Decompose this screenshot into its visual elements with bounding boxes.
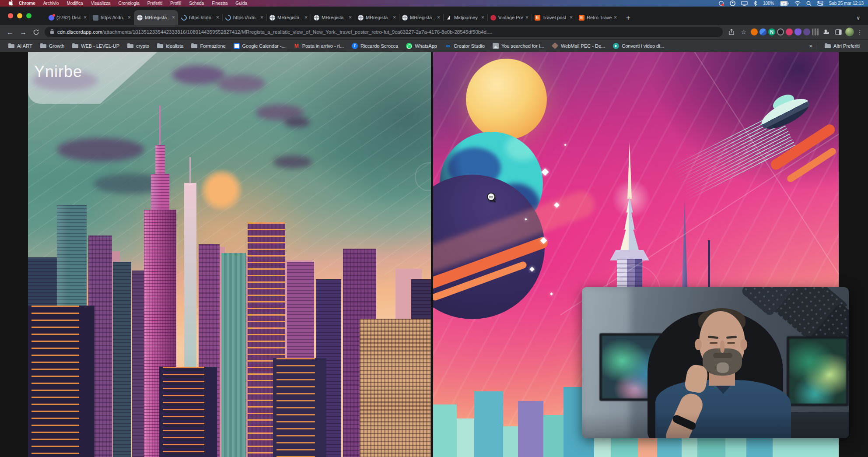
bookmark-whatsapp[interactable]: WhatsApp xyxy=(403,42,440,50)
menu-item-profili[interactable]: Profili xyxy=(166,1,185,6)
profile-avatar[interactable] xyxy=(845,28,854,36)
bookmark-gmail-inbox[interactable]: Posta in arrivo - ri... xyxy=(290,42,347,50)
red-dot-icon xyxy=(490,15,496,21)
menu-item-cronologia[interactable]: Cronologia xyxy=(114,1,143,6)
obs-icon[interactable] xyxy=(730,0,735,6)
ext-icon-violet[interactable] xyxy=(803,28,810,35)
share-icon[interactable] xyxy=(726,27,737,37)
building xyxy=(360,319,431,457)
menu-item-chrome[interactable]: Chrome xyxy=(15,1,39,6)
sparkle xyxy=(564,144,567,146)
bookmark-label: Riccardo Scrocca xyxy=(360,43,398,49)
tab-close-icon[interactable]: × xyxy=(437,14,440,21)
tab-close-icon[interactable]: × xyxy=(393,14,396,21)
ext-icon-orange[interactable] xyxy=(751,28,758,35)
chrome-menu-kebab-icon[interactable]: ⋮ xyxy=(856,29,864,35)
bookmark-folder-formazione[interactable]: Formazione xyxy=(188,42,228,50)
tab-close-icon[interactable]: × xyxy=(216,14,219,21)
bookmark-creator-studio[interactable]: Creator Studio xyxy=(442,42,488,50)
tab-discord[interactable]: (2762) Disc× xyxy=(46,10,90,25)
control-center-icon[interactable] xyxy=(817,1,823,6)
bookmark-folder-crypto[interactable]: crypto xyxy=(124,42,152,50)
tab-midjourney[interactable]: Midjourney× xyxy=(443,10,487,25)
tab-mrregista-3[interactable]: MRregista_× xyxy=(311,10,355,25)
macos-menu-bar: Chrome Archivio Modifica Visualizza Cron… xyxy=(0,0,868,7)
menu-item-archivio[interactable]: Archivio xyxy=(39,1,63,6)
menu-item-modifica[interactable]: Modifica xyxy=(63,1,87,6)
bookmark-folder-idealista[interactable]: idealista xyxy=(154,42,186,50)
address-bar[interactable]: cdn.discordapp.com/attachments/101351233… xyxy=(45,27,723,37)
menu-item-scheda[interactable]: Scheda xyxy=(185,1,208,6)
bookmark-folder-growth[interactable]: Growth xyxy=(37,42,67,50)
building xyxy=(113,262,131,457)
tab-vintage-posters[interactable]: Vintage Pos× xyxy=(487,10,532,25)
bookmark-you-searched[interactable]: You searched for I... xyxy=(490,42,547,50)
tab-close-icon[interactable]: × xyxy=(614,14,617,21)
tab-close-icon[interactable]: × xyxy=(172,14,175,21)
close-window-button[interactable] xyxy=(8,13,13,18)
folder-icon xyxy=(825,43,831,49)
bookmark-star-icon[interactable]: ☆ xyxy=(738,27,749,37)
gmail-icon xyxy=(294,43,300,49)
bookmark-folder-web-level-up[interactable]: WEB - LEVEL-UP xyxy=(69,42,122,50)
wifi-icon[interactable] xyxy=(794,1,801,6)
tab-cdn-3[interactable]: https://cdn.× xyxy=(222,10,266,25)
search-icon[interactable] xyxy=(806,1,812,6)
ext-icon-grid[interactable] xyxy=(812,28,819,35)
lock-icon[interactable] xyxy=(50,28,54,36)
bookmark-label: Formazione xyxy=(200,43,225,49)
tab-close-icon[interactable]: × xyxy=(304,14,308,21)
screen-record-icon[interactable] xyxy=(718,0,724,6)
tab-mrregista-5[interactable]: MRregista_× xyxy=(399,10,443,25)
bookmark-google-calendar[interactable]: Google Calendar -... xyxy=(231,42,289,50)
menu-item-finestra[interactable]: Finestra xyxy=(208,1,231,6)
ext-icon-purple-ghost[interactable] xyxy=(794,28,802,35)
bookmark-webmail-pec[interactable]: WebMail PEC - De... xyxy=(549,42,608,50)
tab-close-icon[interactable]: × xyxy=(481,14,484,21)
tab-close-icon[interactable]: × xyxy=(260,14,263,21)
person-nose xyxy=(720,341,724,353)
back-button[interactable]: ← xyxy=(4,28,16,36)
menu-item-guida[interactable]: Guida xyxy=(231,1,251,6)
ext-icon-blue[interactable] xyxy=(760,28,766,35)
apple-menu-icon[interactable] xyxy=(4,0,15,7)
bookmark-label: Google Calendar -... xyxy=(242,43,286,49)
menu-bar-clock[interactable]: Sab 25 mar 12:13 xyxy=(829,1,864,6)
ext-icon-pink[interactable] xyxy=(786,28,793,35)
new-tab-button[interactable]: + xyxy=(626,14,630,22)
ext-icon-black[interactable] xyxy=(777,28,784,35)
menu-item-visualizza[interactable]: Visualizza xyxy=(87,1,115,6)
bookmark-folder-ai-art[interactable]: AI ART xyxy=(5,42,35,50)
tab-mrregista-2[interactable]: MRregista_× xyxy=(266,10,311,25)
ext-icon-green-n[interactable]: N xyxy=(768,28,775,35)
tab-mrregista-active[interactable]: MRregista_× xyxy=(134,10,178,25)
extensions-puzzle-icon[interactable] xyxy=(821,27,831,37)
bookmark-converti-video[interactable]: Converti i video di... xyxy=(610,42,667,50)
bluetooth-icon[interactable] xyxy=(753,0,757,6)
forward-button[interactable]: → xyxy=(18,28,29,36)
tab-close-icon[interactable]: × xyxy=(525,14,528,21)
monitor-right xyxy=(787,336,849,406)
tab-etsy-travel[interactable]: Travel post× xyxy=(532,10,576,25)
bookmark-facebook-profile[interactable]: Riccardo Scrocca xyxy=(349,42,401,50)
other-bookmarks-folder[interactable]: Altri Preferiti xyxy=(822,42,863,50)
tab-close-icon[interactable]: × xyxy=(128,14,131,21)
zoom-window-button[interactable] xyxy=(26,13,32,18)
reload-button[interactable] xyxy=(31,27,41,37)
left-poster-image-nyc[interactable]: Ynirbe xyxy=(28,52,431,457)
tab-mrregista-4[interactable]: MRregista_× xyxy=(355,10,399,25)
globe-icon xyxy=(358,15,364,21)
tab-close-icon[interactable]: × xyxy=(570,14,573,21)
side-panel-icon[interactable] xyxy=(833,27,844,37)
menu-item-preferiti[interactable]: Preferiti xyxy=(144,1,166,6)
display-icon[interactable] xyxy=(741,1,748,6)
tab-close-icon[interactable]: × xyxy=(349,14,352,21)
tab-label: MRregista_ xyxy=(410,15,435,20)
tab-cdn-2[interactable]: https://cdn.× xyxy=(178,10,222,25)
tab-search-chevron-icon[interactable]: ∨ xyxy=(856,15,860,21)
minimize-window-button[interactable] xyxy=(17,13,22,18)
tab-cdn-1[interactable]: https://cdn.× xyxy=(90,10,134,25)
bookmarks-overflow-chevron[interactable]: » xyxy=(809,42,812,49)
tab-close-icon[interactable]: × xyxy=(84,14,87,21)
tab-etsy-retro[interactable]: Retro Trave× xyxy=(576,10,620,25)
